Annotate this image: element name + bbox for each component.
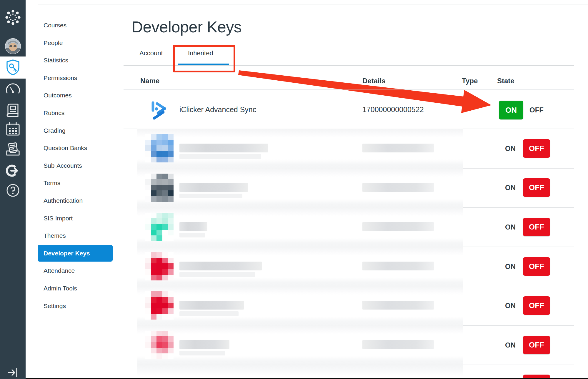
sidebar-item-authentication[interactable]: Authentication [26, 192, 124, 210]
redacted-details-bar [362, 301, 434, 310]
avatar-pixel [145, 314, 151, 320]
avatar-pixel [162, 303, 168, 308]
avatar-pixel [162, 157, 168, 162]
avatar-pixel [151, 190, 156, 196]
state-on-label[interactable]: ON [505, 302, 516, 310]
redacted-area [137, 286, 463, 325]
avatar-pixel [168, 342, 174, 348]
avatar-pixel [156, 303, 162, 308]
redacted-name-bar [179, 340, 229, 349]
state-off-button[interactable]: OFF [523, 218, 550, 236]
annotation-rectangle [173, 45, 235, 72]
avatar-pixel [162, 179, 168, 185]
calendar-icon[interactable] [0, 122, 26, 136]
avatar-pixel [162, 145, 168, 151]
avatar-pixel [145, 348, 151, 353]
state-on-label[interactable]: ON [505, 144, 516, 153]
print-queue-icon[interactable] [0, 142, 26, 157]
sidebar-item-attendance[interactable]: Attendance [26, 262, 124, 280]
avatar-pixel [151, 353, 156, 359]
help-icon[interactable] [0, 184, 26, 197]
sidebar-item-rubrics[interactable]: Rubrics [26, 104, 124, 122]
avatar-pixel [156, 151, 162, 157]
avatar-pixel [145, 224, 151, 230]
avatar-pixel [145, 331, 151, 336]
state-off-label[interactable]: OFF [529, 106, 544, 114]
sidebar-item-developer-keys[interactable]: Developer Keys [38, 245, 113, 262]
developer-keys-page: CoursesPeopleStatisticsPermissionsOutcom… [0, 0, 588, 379]
dashboard-gauge-icon[interactable] [0, 82, 26, 95]
key-name[interactable]: iClicker Advanced Sync [179, 105, 256, 114]
avatar-pixel [145, 252, 151, 258]
sidebar-item-people[interactable]: People [26, 34, 124, 52]
column-header-details: Details [362, 77, 386, 85]
sidebar-item-permissions[interactable]: Permissions [26, 69, 124, 87]
redacted-area [137, 207, 463, 247]
book-icon[interactable] [0, 103, 26, 119]
state-off-button[interactable]: OFF [523, 336, 550, 354]
tab-account[interactable]: Account [139, 49, 163, 57]
avatar-pixel [162, 275, 168, 280]
avatar-pixel [151, 303, 156, 308]
redacted-area [137, 247, 463, 286]
state-on-label[interactable]: ON [505, 223, 516, 231]
sidebar-item-courses[interactable]: Courses [26, 16, 124, 34]
key-details: 170000000000522 [362, 105, 424, 114]
sidebar-item-outcomes[interactable]: Outcomes [26, 87, 124, 104]
sidebar-item-statistics[interactable]: Statistics [26, 51, 124, 69]
sidebar-item-terms[interactable]: Terms [26, 174, 124, 192]
redacted-name-echo-bar [179, 351, 225, 355]
state-on-label[interactable]: ON [505, 341, 516, 349]
redacted-area [137, 364, 463, 379]
avatar-pixel [145, 196, 151, 202]
sidebar-item-grading[interactable]: Grading [26, 122, 124, 139]
state-off-button[interactable]: OFF [523, 257, 550, 276]
avatar-pixel [162, 213, 168, 218]
avatar-pixel [156, 263, 162, 269]
redacted-name-bar [179, 301, 244, 310]
avatar-pixel [162, 196, 168, 202]
user-avatar[interactable] [0, 38, 26, 55]
state-off-button[interactable]: OFF [523, 139, 550, 158]
avatar-pixel [156, 353, 162, 359]
state-on-label[interactable]: ON [505, 262, 516, 271]
avatar-pixel [145, 218, 151, 224]
avatar-pixel [168, 314, 174, 320]
avatar-pixel [156, 252, 162, 258]
avatar-pixel [145, 263, 151, 269]
avatar-pixel [168, 179, 174, 185]
avatar-pixel [162, 174, 168, 179]
sidebar-item-sub-accounts[interactable]: Sub-Accounts [26, 157, 124, 174]
state-off-button[interactable]: OFF [523, 296, 550, 315]
avatar-pixel [151, 235, 156, 241]
sidebar-item-settings[interactable]: Settings [26, 297, 124, 315]
global-nav-rail [0, 0, 26, 379]
redacted-details-bar [362, 144, 434, 152]
redacted-name-bar [179, 144, 268, 152]
avatar-pixel [156, 336, 162, 342]
collapse-sidebar-icon[interactable] [0, 367, 26, 378]
sidebar-item-admin-tools[interactable]: Admin Tools [26, 280, 124, 297]
logout-arrow-icon[interactable] [0, 164, 26, 177]
avatar-pixel [151, 275, 156, 280]
canvas-logo[interactable] [0, 10, 26, 25]
tab-inherited[interactable]: Inherited [188, 49, 213, 57]
redacted-avatar [145, 174, 174, 202]
avatar-pixel [145, 157, 151, 162]
redacted-avatar [145, 291, 174, 320]
avatar-pixel [162, 308, 168, 314]
state-off-button[interactable]: OFF [523, 178, 550, 197]
sidebar-item-sis-import[interactable]: SIS Import [26, 210, 124, 227]
developer-keys-shield-icon[interactable] [0, 59, 26, 76]
avatar-pixel [168, 213, 174, 218]
sidebar-item-themes[interactable]: Themes [26, 227, 124, 245]
avatar-pixel [162, 331, 168, 336]
sidebar-item-question-banks[interactable]: Question Banks [26, 139, 124, 157]
avatar-pixel [162, 185, 168, 190]
avatar-pixel [145, 213, 151, 218]
avatar-pixel [145, 230, 151, 235]
state-on-button[interactable]: ON [499, 101, 523, 119]
avatar-pixel [145, 308, 151, 314]
avatar-pixel [145, 258, 151, 263]
state-on-label[interactable]: ON [505, 184, 516, 192]
